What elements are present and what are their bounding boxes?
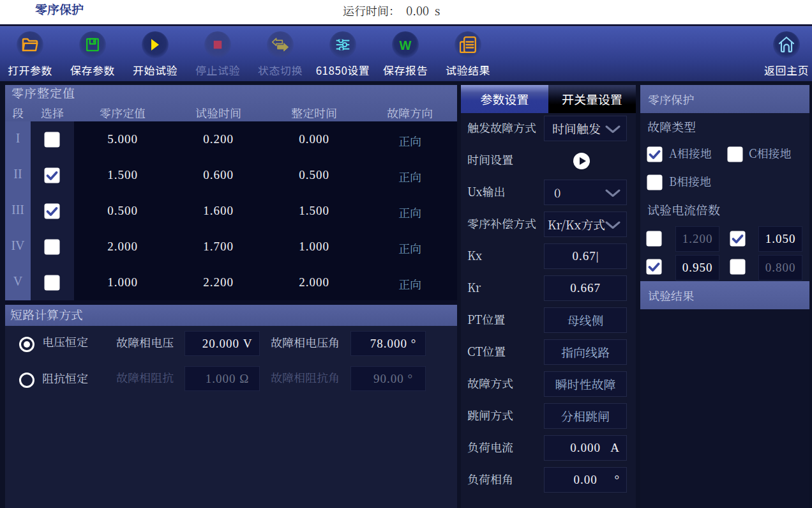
svg-text:W: W [400, 38, 412, 52]
